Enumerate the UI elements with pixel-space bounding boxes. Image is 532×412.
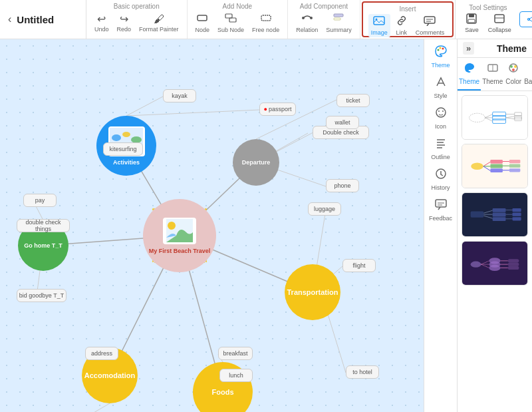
tool-settings: Tool Settings Save Collapse Share bbox=[455, 0, 532, 39]
node-ticket[interactable]: ticket bbox=[336, 94, 370, 107]
svg-rect-126 bbox=[508, 259, 519, 262]
summary-btn-label: Summary bbox=[326, 27, 352, 33]
back-button[interactable]: ‹ bbox=[8, 13, 11, 25]
image-icon bbox=[373, 15, 385, 29]
comments-button[interactable]: Comments bbox=[413, 14, 448, 37]
svg-point-116 bbox=[471, 262, 481, 268]
summary-button[interactable]: Summary bbox=[323, 11, 354, 35]
svg-line-117 bbox=[481, 261, 489, 264]
relation-button[interactable]: Relation bbox=[293, 11, 321, 35]
theme-card-dark[interactable] bbox=[462, 192, 528, 237]
side-icon-history[interactable]: History bbox=[426, 164, 456, 194]
tool-settings-label: Tool Settings bbox=[469, 4, 507, 11]
tab-color[interactable]: Color bbox=[504, 58, 523, 91]
node-kayak[interactable]: kayak bbox=[163, 89, 196, 103]
svg-point-72 bbox=[510, 65, 513, 68]
node-address[interactable]: address bbox=[85, 347, 118, 360]
link-button[interactable]: Link bbox=[393, 14, 410, 37]
node-double_check_thing[interactable]: double check things bbox=[17, 219, 70, 232]
svg-point-5 bbox=[310, 17, 313, 19]
toolbar: Basic operation ↩ Undo ↪ Redo 🖌 Format P… bbox=[86, 0, 455, 39]
node-pay[interactable]: pay bbox=[23, 194, 57, 207]
svg-rect-101 bbox=[509, 164, 521, 168]
svg-point-56 bbox=[442, 48, 444, 50]
collapse-icon bbox=[493, 13, 505, 27]
svg-rect-109 bbox=[493, 217, 506, 221]
node-wallet[interactable]: wallet bbox=[326, 116, 359, 129]
document-title: Untitled bbox=[17, 14, 54, 25]
svg-point-49 bbox=[168, 222, 176, 230]
add-component-label: Add Component bbox=[300, 3, 348, 10]
format-painter-button[interactable]: 🖌 Format Painter bbox=[136, 12, 182, 34]
svg-rect-113 bbox=[512, 208, 521, 212]
save-icon bbox=[466, 13, 477, 27]
canvas[interactable]: My First Beach Travel Activities Departu… bbox=[0, 39, 424, 412]
tab-theme-icon bbox=[464, 62, 475, 77]
history-icon bbox=[434, 167, 448, 184]
node-transportation[interactable]: Transportation bbox=[285, 264, 340, 320]
add-node-label: Add Node bbox=[223, 3, 252, 10]
theme-card-light[interactable] bbox=[462, 95, 528, 140]
right-panel: Theme Style Icon bbox=[424, 39, 532, 412]
collapse-button[interactable]: Collapse bbox=[485, 11, 514, 35]
side-icon-feedback[interactable]: Feedbac bbox=[426, 195, 456, 224]
svg-point-58 bbox=[436, 108, 446, 117]
svg-point-59 bbox=[438, 110, 440, 112]
node-luggage[interactable]: luggage bbox=[308, 202, 341, 216]
tab-backdrop[interactable]: Backdrop bbox=[523, 58, 532, 91]
save-button[interactable]: Save bbox=[462, 11, 481, 35]
tab-theme[interactable]: Theme bbox=[458, 58, 481, 91]
side-icon-bar: Theme Style Icon bbox=[424, 39, 458, 412]
svg-rect-115 bbox=[512, 217, 521, 220]
node-flight[interactable]: flight bbox=[342, 259, 376, 272]
node-breakfast[interactable]: breakfast bbox=[218, 347, 253, 360]
theme-content: » Theme Theme Theme bbox=[458, 39, 532, 412]
side-icon-icon[interactable]: Icon bbox=[426, 103, 456, 132]
side-icon-style[interactable]: Style bbox=[426, 73, 456, 102]
side-icon-theme[interactable]: Theme bbox=[426, 42, 456, 71]
svg-point-52 bbox=[122, 132, 130, 137]
side-theme-label: Theme bbox=[431, 62, 450, 69]
undo-button[interactable]: ↩ Undo bbox=[92, 11, 112, 34]
node-departure[interactable]: Departure bbox=[233, 139, 279, 186]
tab-theme2[interactable]: Theme bbox=[481, 58, 504, 91]
node-bid_goodbye[interactable]: bid goodbye T_T bbox=[17, 289, 66, 302]
format-painter-label: Format Painter bbox=[139, 26, 179, 33]
undo-icon: ↩ bbox=[97, 13, 106, 25]
svg-line-93 bbox=[483, 166, 491, 171]
tab-backdrop-label: Backdrop bbox=[524, 78, 532, 85]
tab-color-icon bbox=[507, 62, 519, 77]
svg-rect-6 bbox=[334, 14, 343, 17]
theme-card-colorful[interactable] bbox=[462, 144, 528, 188]
svg-rect-0 bbox=[198, 15, 207, 21]
theme-card-purple[interactable] bbox=[462, 241, 528, 286]
sub-node-icon bbox=[225, 13, 237, 26]
node-passport[interactable]: ●passport bbox=[259, 103, 296, 116]
node-center[interactable]: My First Beach Travel bbox=[143, 199, 216, 272]
comments-btn-label: Comments bbox=[416, 29, 445, 36]
link-icon bbox=[396, 15, 408, 29]
node-button[interactable]: Node bbox=[193, 11, 213, 35]
node-lunch[interactable]: lunch bbox=[219, 369, 253, 382]
redo-button[interactable]: ↪ Redo bbox=[114, 11, 134, 34]
theme-cards bbox=[458, 91, 532, 412]
add-component-group: Add Component Relation Summary bbox=[288, 0, 360, 39]
side-icon-outline[interactable]: Outline bbox=[426, 134, 456, 163]
node-phone[interactable]: phone bbox=[326, 179, 359, 192]
free-node-button[interactable]: Free node bbox=[249, 11, 282, 35]
svg-point-4 bbox=[302, 17, 305, 19]
share-button[interactable]: Share bbox=[519, 11, 532, 27]
theme-tabs: Theme Theme Color bbox=[458, 58, 532, 91]
style-icon bbox=[434, 75, 448, 92]
tool-settings-group: Tool Settings Save Collapse bbox=[462, 4, 514, 35]
node-to_hotel[interactable]: to hotel bbox=[346, 365, 379, 379]
node-kitesurfing[interactable]: kitesurfing bbox=[103, 142, 143, 156]
sub-node-button[interactable]: Sub Node bbox=[215, 11, 247, 35]
collapse-panel-button[interactable]: » bbox=[463, 42, 474, 55]
svg-line-30 bbox=[126, 97, 163, 116]
tab-theme2-icon bbox=[487, 62, 499, 77]
image-button[interactable]: Image bbox=[368, 14, 390, 37]
svg-line-106 bbox=[483, 216, 492, 218]
svg-rect-7 bbox=[334, 18, 340, 20]
sub-node-btn-label: Sub Node bbox=[217, 27, 244, 33]
